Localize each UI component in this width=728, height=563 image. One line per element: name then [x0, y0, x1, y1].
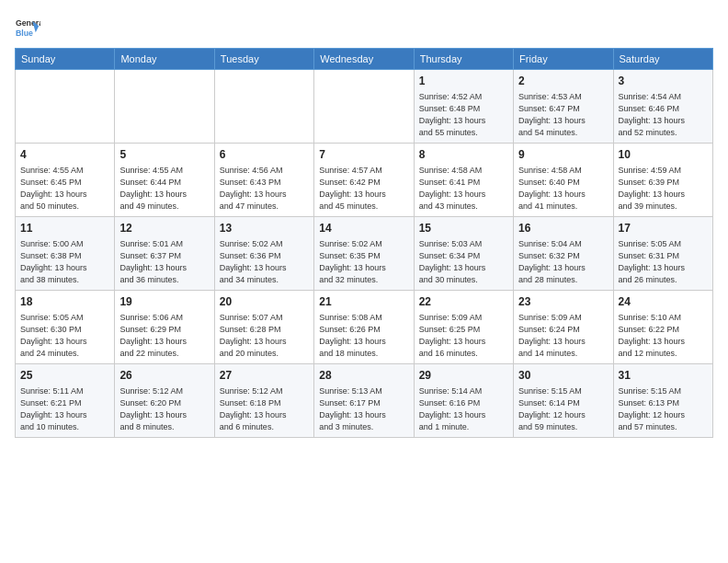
day-number: 11: [20, 221, 109, 236]
day-info: Sunrise: 5:00 AM Sunset: 6:38 PM Dayligh…: [20, 238, 109, 286]
day-cell: 2Sunrise: 4:53 AM Sunset: 6:47 PM Daylig…: [514, 70, 613, 144]
day-info: Sunrise: 4:56 AM Sunset: 6:43 PM Dayligh…: [220, 165, 309, 213]
day-cell: 4Sunrise: 4:55 AM Sunset: 6:45 PM Daylig…: [16, 143, 115, 216]
day-cell: 18Sunrise: 5:05 AM Sunset: 6:30 PM Dayli…: [16, 290, 115, 363]
col-header-monday: Monday: [115, 49, 214, 70]
week-row-3: 11Sunrise: 5:00 AM Sunset: 6:38 PM Dayli…: [16, 216, 713, 290]
day-cell: 21Sunrise: 5:08 AM Sunset: 6:26 PM Dayli…: [314, 290, 414, 363]
day-cell: 29Sunrise: 5:14 AM Sunset: 6:16 PM Dayli…: [414, 363, 513, 437]
day-cell: [214, 70, 313, 144]
day-info: Sunrise: 5:02 AM Sunset: 6:36 PM Dayligh…: [220, 238, 309, 286]
day-info: Sunrise: 5:08 AM Sunset: 6:26 PM Dayligh…: [319, 312, 408, 360]
col-header-saturday: Saturday: [613, 49, 712, 70]
day-cell: 1Sunrise: 4:52 AM Sunset: 6:48 PM Daylig…: [414, 70, 513, 144]
day-info: Sunrise: 5:12 AM Sunset: 6:18 PM Dayligh…: [220, 385, 309, 433]
day-cell: 27Sunrise: 5:12 AM Sunset: 6:18 PM Dayli…: [214, 363, 313, 437]
day-cell: 19Sunrise: 5:06 AM Sunset: 6:29 PM Dayli…: [115, 290, 214, 363]
day-info: Sunrise: 5:09 AM Sunset: 6:24 PM Dayligh…: [518, 312, 608, 360]
day-info: Sunrise: 5:06 AM Sunset: 6:29 PM Dayligh…: [119, 312, 209, 360]
day-info: Sunrise: 5:10 AM Sunset: 6:22 PM Dayligh…: [619, 312, 708, 360]
day-number: 9: [518, 147, 608, 163]
day-number: 2: [518, 74, 608, 89]
calendar-table: SundayMondayTuesdayWednesdayThursdayFrid…: [15, 48, 713, 438]
day-number: 14: [319, 221, 408, 236]
day-info: Sunrise: 4:52 AM Sunset: 6:48 PM Dayligh…: [419, 91, 508, 139]
day-info: Sunrise: 5:01 AM Sunset: 6:37 PM Dayligh…: [119, 238, 209, 286]
day-cell: 16Sunrise: 5:04 AM Sunset: 6:32 PM Dayli…: [514, 216, 613, 290]
col-header-tuesday: Tuesday: [214, 49, 313, 70]
week-row-1: 1Sunrise: 4:52 AM Sunset: 6:48 PM Daylig…: [16, 70, 713, 144]
day-info: Sunrise: 4:57 AM Sunset: 6:42 PM Dayligh…: [319, 165, 408, 213]
day-number: 4: [20, 147, 109, 163]
day-cell: 6Sunrise: 4:56 AM Sunset: 6:43 PM Daylig…: [214, 143, 313, 216]
day-number: 24: [619, 294, 708, 310]
week-row-5: 25Sunrise: 5:11 AM Sunset: 6:21 PM Dayli…: [16, 363, 713, 437]
day-number: 17: [619, 221, 708, 236]
week-row-4: 18Sunrise: 5:05 AM Sunset: 6:30 PM Dayli…: [16, 290, 713, 363]
day-cell: 9Sunrise: 4:58 AM Sunset: 6:40 PM Daylig…: [514, 143, 613, 216]
day-info: Sunrise: 5:04 AM Sunset: 6:32 PM Dayligh…: [518, 238, 608, 286]
day-info: Sunrise: 4:58 AM Sunset: 6:40 PM Dayligh…: [518, 165, 608, 213]
col-header-thursday: Thursday: [414, 49, 513, 70]
day-info: Sunrise: 5:12 AM Sunset: 6:20 PM Dayligh…: [119, 385, 209, 433]
day-info: Sunrise: 5:05 AM Sunset: 6:30 PM Dayligh…: [20, 312, 109, 360]
day-cell: 13Sunrise: 5:02 AM Sunset: 6:36 PM Dayli…: [214, 216, 313, 290]
day-info: Sunrise: 4:59 AM Sunset: 6:39 PM Dayligh…: [619, 165, 708, 213]
day-cell: 7Sunrise: 4:57 AM Sunset: 6:42 PM Daylig…: [314, 143, 414, 216]
day-info: Sunrise: 4:55 AM Sunset: 6:45 PM Dayligh…: [20, 165, 109, 213]
day-number: 7: [319, 147, 408, 163]
day-number: 23: [518, 294, 608, 310]
day-number: 31: [619, 368, 708, 384]
day-info: Sunrise: 5:07 AM Sunset: 6:28 PM Dayligh…: [220, 312, 309, 360]
day-number: 21: [319, 294, 408, 310]
day-number: 5: [119, 147, 209, 163]
day-number: 1: [419, 74, 508, 89]
day-number: 25: [20, 368, 109, 384]
day-number: 16: [518, 221, 608, 236]
day-cell: 22Sunrise: 5:09 AM Sunset: 6:25 PM Dayli…: [414, 290, 513, 363]
day-cell: 17Sunrise: 5:05 AM Sunset: 6:31 PM Dayli…: [613, 216, 712, 290]
day-info: Sunrise: 5:09 AM Sunset: 6:25 PM Dayligh…: [419, 312, 508, 360]
day-cell: 23Sunrise: 5:09 AM Sunset: 6:24 PM Dayli…: [514, 290, 613, 363]
day-info: Sunrise: 5:05 AM Sunset: 6:31 PM Dayligh…: [619, 238, 708, 286]
day-number: 6: [220, 147, 309, 163]
day-cell: 15Sunrise: 5:03 AM Sunset: 6:34 PM Dayli…: [414, 216, 513, 290]
day-info: Sunrise: 4:54 AM Sunset: 6:46 PM Dayligh…: [619, 91, 708, 139]
day-info: Sunrise: 5:03 AM Sunset: 6:34 PM Dayligh…: [419, 238, 508, 286]
day-number: 10: [619, 147, 708, 163]
day-cell: 30Sunrise: 5:15 AM Sunset: 6:14 PM Dayli…: [514, 363, 613, 437]
day-number: 13: [220, 221, 309, 236]
day-number: 12: [119, 221, 209, 236]
logo-icon: General Blue: [15, 15, 40, 40]
day-info: Sunrise: 5:11 AM Sunset: 6:21 PM Dayligh…: [20, 385, 109, 433]
day-info: Sunrise: 5:15 AM Sunset: 6:13 PM Dayligh…: [619, 385, 708, 433]
day-number: 15: [419, 221, 508, 236]
day-cell: 25Sunrise: 5:11 AM Sunset: 6:21 PM Dayli…: [16, 363, 115, 437]
day-cell: 8Sunrise: 4:58 AM Sunset: 6:41 PM Daylig…: [414, 143, 513, 216]
day-info: Sunrise: 5:13 AM Sunset: 6:17 PM Dayligh…: [319, 385, 408, 433]
page-header: General Blue: [15, 15, 713, 40]
col-header-friday: Friday: [514, 49, 613, 70]
day-cell: 28Sunrise: 5:13 AM Sunset: 6:17 PM Dayli…: [314, 363, 414, 437]
logo: General Blue: [15, 15, 40, 40]
day-number: 26: [119, 368, 209, 384]
day-cell: 11Sunrise: 5:00 AM Sunset: 6:38 PM Dayli…: [16, 216, 115, 290]
day-cell: 12Sunrise: 5:01 AM Sunset: 6:37 PM Dayli…: [115, 216, 214, 290]
day-cell: 14Sunrise: 5:02 AM Sunset: 6:35 PM Dayli…: [314, 216, 414, 290]
day-number: 29: [419, 368, 508, 384]
day-number: 30: [518, 368, 608, 384]
day-info: Sunrise: 4:58 AM Sunset: 6:41 PM Dayligh…: [419, 165, 508, 213]
day-cell: [314, 70, 414, 144]
day-number: 8: [419, 147, 508, 163]
day-number: 28: [319, 368, 408, 384]
day-cell: 10Sunrise: 4:59 AM Sunset: 6:39 PM Dayli…: [613, 143, 712, 216]
day-info: Sunrise: 4:53 AM Sunset: 6:47 PM Dayligh…: [518, 91, 608, 139]
day-cell: 3Sunrise: 4:54 AM Sunset: 6:46 PM Daylig…: [613, 70, 712, 144]
day-number: 20: [220, 294, 309, 310]
svg-text:Blue: Blue: [16, 29, 33, 38]
week-row-2: 4Sunrise: 4:55 AM Sunset: 6:45 PM Daylig…: [16, 143, 713, 216]
day-info: Sunrise: 4:55 AM Sunset: 6:44 PM Dayligh…: [119, 165, 209, 213]
day-number: 19: [119, 294, 209, 310]
day-cell: 5Sunrise: 4:55 AM Sunset: 6:44 PM Daylig…: [115, 143, 214, 216]
day-cell: [16, 70, 115, 144]
